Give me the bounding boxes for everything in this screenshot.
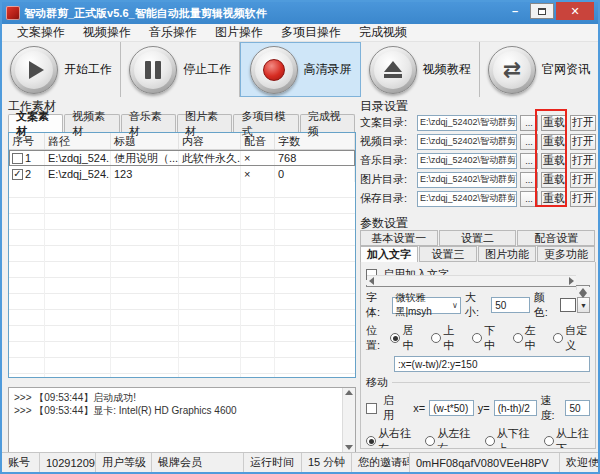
tab-image-material[interactable]: 图片素材 bbox=[177, 114, 232, 132]
status-account-value: 1029120956 bbox=[40, 453, 96, 472]
move-y-input[interactable]: (h-th)/2 bbox=[494, 400, 537, 416]
browse-button[interactable]: ... bbox=[520, 115, 538, 131]
col-wordcount[interactable]: 字数 bbox=[275, 133, 355, 149]
reload-button[interactable]: 重载 bbox=[541, 115, 567, 131]
textarea-vscrollbar[interactable] bbox=[576, 286, 589, 290]
tab-basic-settings-1[interactable]: 基本设置一 bbox=[360, 230, 438, 246]
reload-button[interactable]: 重载 bbox=[541, 134, 567, 150]
open-button[interactable]: 打开 bbox=[570, 134, 596, 150]
font-label: 字体: bbox=[366, 290, 388, 320]
status-userlevel-value: 银牌会员 bbox=[152, 453, 244, 472]
radio-top-center[interactable]: 上中 bbox=[431, 323, 459, 353]
materials-table: 序号 路径 标题 内容 配音 字数 1 E:\zdqj_524... 使用说明（… bbox=[8, 132, 356, 378]
open-button[interactable]: 打开 bbox=[570, 153, 596, 169]
col-title[interactable]: 标题 bbox=[111, 133, 179, 149]
video-tutorial-button[interactable]: 视频教程 bbox=[361, 42, 480, 97]
tab-settings-2[interactable]: 设置二 bbox=[439, 230, 517, 246]
scroll-down-icon[interactable] bbox=[579, 293, 587, 298]
tab-music-material[interactable]: 音乐素材 bbox=[121, 114, 176, 132]
scroll-down-icon[interactable] bbox=[345, 445, 353, 450]
video-dir-input[interactable]: E:\zdqj_52402\智动群剪_正式版v bbox=[417, 134, 517, 150]
start-work-button[interactable]: 开始工作 bbox=[2, 42, 121, 97]
reload-button[interactable]: 重载 bbox=[541, 153, 567, 169]
scroll-up-icon[interactable] bbox=[345, 390, 353, 395]
status-invitecode-value: 0mHF08qafV080VEeH8PV bbox=[410, 453, 560, 472]
font-select[interactable]: 微软雅黑|msyh∨ bbox=[392, 297, 461, 314]
row-checkbox[interactable]: ✓ bbox=[12, 169, 23, 180]
radio-left-to-right[interactable]: 从左往右 bbox=[425, 426, 471, 449]
official-site-news-button[interactable]: ⇄ 官网资讯 bbox=[480, 42, 598, 97]
menu-item-finished-video[interactable]: 完成视频 bbox=[350, 24, 416, 41]
tab-video-material[interactable]: 视频素材 bbox=[64, 114, 119, 132]
tab-finished-video[interactable]: 完成视频 bbox=[300, 114, 355, 132]
browse-button[interactable]: ... bbox=[520, 153, 538, 169]
status-runtime-label: 运行时间 bbox=[244, 453, 302, 472]
table-row[interactable]: 1 E:\zdqj_524... 使用说明（... 此软件永久... × 768 bbox=[9, 150, 355, 166]
parameter-settings-title: 参数设置 bbox=[360, 216, 596, 230]
tab-dubbing-settings[interactable]: 配音设置 bbox=[517, 230, 595, 246]
scroll-left-icon[interactable] bbox=[369, 277, 374, 285]
open-button[interactable]: 打开 bbox=[570, 191, 596, 207]
browse-button[interactable]: ... bbox=[520, 191, 538, 207]
image-dir-input[interactable]: E:\zdqj_52402\智动群剪_正式版v bbox=[417, 172, 517, 188]
menu-item-image-ops[interactable]: 图片操作 bbox=[206, 24, 272, 41]
tab-add-text[interactable]: 加入文字 bbox=[360, 246, 418, 262]
radio-top-to-bottom[interactable]: 从上往下 bbox=[544, 426, 590, 449]
tab-more-functions[interactable]: 更多功能 bbox=[537, 246, 595, 262]
menu-item-music-ops[interactable]: 音乐操作 bbox=[140, 24, 206, 41]
log-scrollbar[interactable] bbox=[342, 388, 355, 452]
tab-multiproject-mode[interactable]: 多项目模式 bbox=[233, 114, 298, 132]
textarea-hscrollbar[interactable] bbox=[367, 275, 576, 286]
radio-bottom-to-top[interactable]: 从下往上 bbox=[485, 426, 531, 449]
dir-row-video: 视频目录: E:\zdqj_52402\智动群剪_正式版v ... 重载 打开 bbox=[360, 132, 596, 151]
speed-input[interactable]: 50 bbox=[565, 400, 590, 416]
position-expression-input[interactable]: :x=(w-tw)/2:y=150 bbox=[394, 356, 590, 372]
radio-right-to-left[interactable]: 从右往左 bbox=[366, 426, 412, 449]
row-checkbox[interactable] bbox=[12, 153, 23, 164]
tab-settings-3[interactable]: 设置三 bbox=[419, 246, 477, 262]
statusbar: 账号 1029120956 用户等级 银牌会员 运行时间 15 分钟 您的邀请码… bbox=[2, 452, 598, 472]
col-dubbing[interactable]: 配音 bbox=[241, 133, 275, 149]
color-picker[interactable]: ▼ bbox=[560, 297, 590, 313]
add-text-textarea[interactable] bbox=[366, 285, 590, 287]
browse-button[interactable]: ... bbox=[520, 172, 538, 188]
log-output[interactable]: >>> 【09:53:44】启动成功! >>> 【09:53:44】显卡: In… bbox=[8, 387, 356, 453]
enable-move-checkbox[interactable] bbox=[366, 403, 377, 414]
hd-record-button[interactable]: 高清录屏 bbox=[240, 42, 360, 97]
radio-bottom-center[interactable]: 下中 bbox=[472, 323, 500, 353]
menu-item-copy-ops[interactable]: 文案操作 bbox=[8, 24, 74, 41]
move-x-input[interactable]: (w-t*50) bbox=[429, 400, 474, 416]
menu-item-multiproject-ops[interactable]: 多项目操作 bbox=[272, 24, 350, 41]
reload-button[interactable]: 重载 bbox=[541, 191, 567, 207]
tab-copy-material[interactable]: 文案素材 bbox=[8, 114, 63, 132]
copy-dir-input[interactable]: E:\zdqj_52402\智动群剪_正式版v bbox=[417, 115, 517, 131]
scroll-right-icon[interactable] bbox=[569, 277, 574, 285]
open-button[interactable]: 打开 bbox=[570, 172, 596, 188]
maximize-button[interactable] bbox=[530, 3, 554, 19]
reload-button[interactable]: 重载 bbox=[541, 172, 567, 188]
menu-item-video-ops[interactable]: 视频操作 bbox=[74, 24, 140, 41]
settings-panel: 目录设置 文案目录: E:\zdqj_52402\智动群剪_正式版v ... 重… bbox=[360, 99, 596, 449]
radio-center[interactable]: 居中 bbox=[390, 323, 418, 353]
stop-work-button[interactable]: 停止工作 bbox=[121, 42, 240, 97]
dir-row-copy: 文案目录: E:\zdqj_52402\智动群剪_正式版v ... 重载 打开 bbox=[360, 113, 596, 132]
move-title: 移动 bbox=[366, 375, 388, 390]
move-y-label: y= bbox=[478, 402, 490, 414]
radio-left-center[interactable]: 左中 bbox=[513, 323, 541, 353]
log-line: >>> 【09:53:44】启动成功! bbox=[14, 391, 337, 404]
tab-image-functions[interactable]: 图片功能 bbox=[478, 246, 536, 262]
dir-row-image: 图片目录: E:\zdqj_52402\智动群剪_正式版v ... 重载 打开 bbox=[360, 170, 596, 189]
radio-custom[interactable]: 自定义 bbox=[553, 323, 590, 353]
work-materials-panel: 工作素材 文案素材 视频素材 音乐素材 图片素材 多项目模式 完成视频 序号 路… bbox=[8, 99, 356, 453]
save-dir-input[interactable]: E:\zdqj_52402\智动群剪_正式版v bbox=[417, 191, 517, 207]
table-row[interactable]: ✓ 2 E:\zdqj_524... 123 × 0 bbox=[9, 166, 355, 182]
size-input[interactable]: 50 bbox=[491, 297, 529, 313]
music-dir-input[interactable]: E:\zdqj_52402\智动群剪_正式版v bbox=[417, 153, 517, 169]
chevron-down-icon[interactable]: ▼ bbox=[577, 297, 590, 313]
work-materials-title: 工作素材 bbox=[8, 99, 356, 113]
open-button[interactable]: 打开 bbox=[570, 115, 596, 131]
close-button[interactable]: ✕ bbox=[556, 2, 594, 20]
col-content[interactable]: 内容 bbox=[179, 133, 241, 149]
minimize-button[interactable]: – bbox=[502, 2, 528, 20]
browse-button[interactable]: ... bbox=[520, 134, 538, 150]
